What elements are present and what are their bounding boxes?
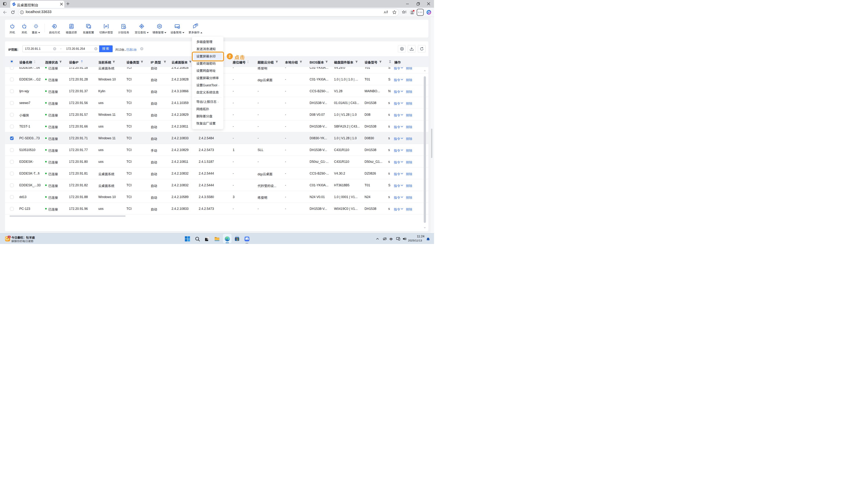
svg-text:A: A (384, 11, 386, 14)
svg-text:IP: IP (105, 25, 107, 28)
svg-text:1: 1 (8, 236, 10, 238)
